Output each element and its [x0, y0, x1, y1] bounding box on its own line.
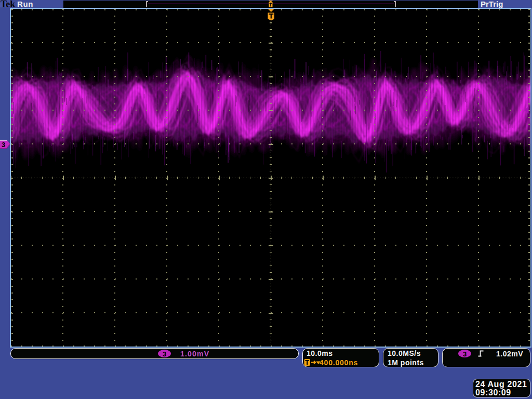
svg-text:3: 3 [2, 141, 5, 149]
